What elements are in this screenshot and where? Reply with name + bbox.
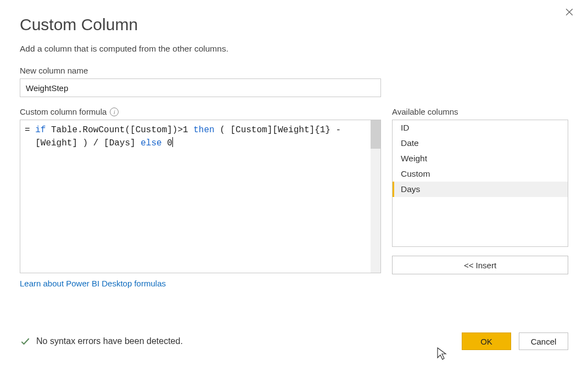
formula-label: Custom column formula i [20,107,381,116]
text-caret [172,137,173,147]
ok-button[interactable]: OK [462,332,511,350]
formula-scrollbar-track[interactable] [371,120,380,273]
status-bar: No syntax errors have been detected. [20,336,183,347]
dialog-title: Custom Column [20,15,568,34]
dialog-subtitle: Add a column that is computed from the o… [20,44,568,54]
available-column-item[interactable]: Custom [393,166,568,182]
new-column-name-input[interactable] [20,78,381,97]
available-column-item[interactable]: Days [393,182,568,197]
info-icon[interactable]: i [110,108,119,116]
cancel-button[interactable]: Cancel [519,332,568,350]
available-column-item[interactable]: Date [393,136,568,151]
available-columns-label: Available columns [392,107,568,116]
check-icon [20,336,31,347]
close-button[interactable] [564,7,579,22]
status-text: No syntax errors have been detected. [36,336,183,346]
close-icon [564,7,575,18]
formula-scrollbar-thumb[interactable] [371,120,380,149]
learn-formulas-link[interactable]: Learn about Power BI Desktop formulas [20,279,166,288]
available-column-item[interactable]: Weight [393,151,568,166]
custom-column-dialog: Custom Column Add a column that is compu… [0,0,588,372]
formula-editor[interactable]: = if Table.RowCount([Custom])>1 then ( [… [20,120,381,273]
available-column-item[interactable]: ID [393,120,568,136]
available-columns-list[interactable]: ID Date Weight Custom Days [392,120,568,247]
new-column-name-label: New column name [20,66,568,75]
formula-text: = if Table.RowCount([Custom])>1 then ( [… [25,123,368,150]
formula-label-text: Custom column formula [20,107,107,116]
insert-button[interactable]: << Insert [392,256,568,274]
